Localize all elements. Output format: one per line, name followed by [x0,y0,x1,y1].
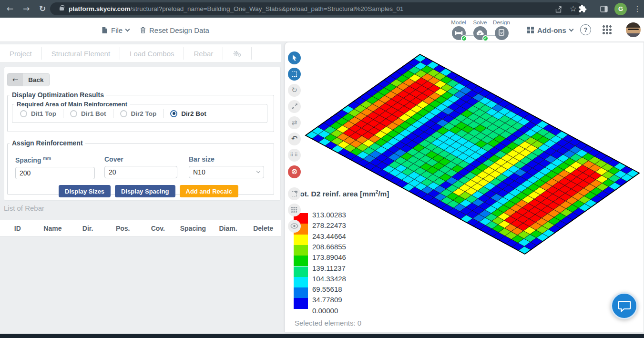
display-spacing-button[interactable]: Display Spacing [115,185,175,197]
lock-icon [60,7,64,10]
extensions-puzzle-icon[interactable] [579,5,587,13]
tab-rebar[interactable]: Rebar [184,44,223,62]
undo-icon: ↶ [291,135,297,143]
tab-divider [251,47,252,60]
add-and-recalc-button[interactable]: Add and Recalc [180,185,239,197]
rebar-col-id: ID [0,225,35,232]
multi-dots-tool-button[interactable]: ⠿⠿ [288,149,301,162]
page-check-icon [499,29,504,38]
help-button[interactable]: ? [580,24,591,35]
back-arrow-icon: ← [8,73,23,86]
display-optimization-results-group: Display Optimization Results Required Ar… [7,91,274,132]
legend-swatch [294,235,308,245]
browser-menu-icon[interactable]: ⋮ [634,5,641,13]
step-model[interactable]: Model✓ [448,20,469,40]
check-badge-icon: ✓ [482,35,489,41]
left-panel-tabs: ProjectStructural ElementLoad CombosReba… [0,44,281,63]
assign-legend: Assign Reinforcement [10,139,85,147]
legend-value: 208.66855 [312,242,346,250]
rebar-col-dir: Dir. [70,225,105,232]
file-menu[interactable]: File [102,24,129,36]
eye-icon [290,223,298,229]
reset-design-data-button[interactable]: Reset Design Data [140,24,209,36]
legend-swatch [294,266,308,277]
browser-toolbar: ← → ↻ platform.skyciv.com/structural?pre… [0,0,644,18]
radio-divider [113,109,113,118]
tab-settings[interactable] [223,44,251,62]
spacing-input[interactable] [15,167,95,179]
legend-swatch [294,245,308,256]
legend-title: Bot. D2 reinf. area [mm2/m] [295,189,389,198]
browser-reload-button[interactable]: ↻ [36,3,49,15]
workflow-steps: Model✓Solve✓Design [448,20,512,41]
side-panel-icon[interactable] [600,6,608,12]
pointer-icon [291,54,297,61]
box-select-tool-button[interactable] [288,68,301,81]
chat-button[interactable] [611,292,638,319]
display-sizes-button[interactable]: Display Sizes [59,185,111,197]
browser-forward-button[interactable]: → [20,3,32,15]
legend-value: 313.00283 [312,211,346,219]
user-avatar[interactable] [626,22,641,37]
browser-back-button[interactable]: ← [4,3,16,15]
radio-dir2-top[interactable]: Dir2 Top [120,110,157,117]
fit-icon [292,191,297,196]
eye-tool-button[interactable] [288,220,301,233]
radio-circle-icon [120,110,127,117]
share-icon[interactable] [555,5,563,13]
addons-menu[interactable]: Add-ons [527,24,573,36]
rebar-col-cov: Cov. [141,225,176,232]
radio-dit1-top[interactable]: Dit1 Top [20,110,56,117]
addons-grid-icon [527,27,534,33]
apps-grid-icon[interactable] [603,25,612,34]
address-bar[interactable]: platform.skyciv.com/structural?preload_n… [50,2,583,15]
legend-swatch [294,277,308,287]
radio-divider [163,109,164,118]
step-design[interactable]: Design [491,20,512,40]
tab-project[interactable]: Project [0,44,41,62]
trash-icon [140,27,146,33]
radio-dir2-bot[interactable]: Dir2 Bot [170,110,206,117]
bar-size-select[interactable]: N10 [189,166,264,178]
back-button[interactable]: ← Back [7,73,50,86]
expand-icon [291,103,298,110]
rebar-col-name: Name [35,225,71,232]
swap-tool-button[interactable]: ⇄ [288,116,301,129]
expand-tool-button[interactable] [288,100,301,113]
rotate-tool-button[interactable]: ↻ [288,84,301,97]
rebar-table-header: IDNameDir.Pos.Cov.SpacingDiam.Delete [0,220,281,236]
undo-tool-button[interactable]: ↶ [288,133,301,145]
rebar-col-diam: Diam. [211,225,246,232]
box-select-icon [292,72,297,77]
direction-radio-group: Dit1 TopDir1 BotDir2 TopDir2 Bot [12,108,267,119]
legend-value: 69.55618 [312,285,342,293]
grid-tool-button[interactable] [288,204,301,216]
page-url[interactable]: platform.skyciv.com/structural?preload_n… [69,5,403,12]
selected-elements-status: Selected elements: 0 [295,319,361,327]
spacing-label: Spacing mm [15,155,95,164]
list-of-rebar-title: List of Rebar [4,204,44,212]
required-area-legend: Required Area of Main Reinforcement [14,101,130,108]
browser-profile-avatar[interactable]: G [614,3,627,15]
tab-load-combos[interactable]: Load Combos [120,44,184,62]
multi-dots-icon: ⠿⠿ [290,153,299,157]
radio-circle-icon [20,110,27,117]
cover-input[interactable] [104,166,177,178]
radio-circle-icon [170,110,177,117]
app-header: File Reset Design Data Model✓Solve✓Desig… [0,18,644,42]
file-icon [102,27,108,34]
tab-structural-element[interactable]: Structural Element [42,44,120,62]
3d-viewport-panel: ↻⇄↶⠿⠿⊗ Bot. D2 reinf. area [mm2/m] 313.0… [285,42,644,332]
assign-actions: Display SizesDisplay SpacingAdd and Reca… [59,185,238,197]
check-badge-icon: ✓ [461,35,467,41]
deselect-tool-button[interactable]: ⊗ [288,165,301,178]
step-solve[interactable]: Solve✓ [470,20,491,40]
radio-dir1-bot[interactable]: Dir1 Bot [70,110,106,117]
rebar-col-delete: Delete [245,225,281,232]
rebar-col-pos: Pos. [105,225,141,232]
pointer-tool-button[interactable] [288,51,301,64]
chat-bubble-icon [618,300,631,312]
fit-tool-button[interactable] [288,187,301,200]
legend-value: 104.33428 [312,274,346,282]
grid-icon [291,207,297,213]
